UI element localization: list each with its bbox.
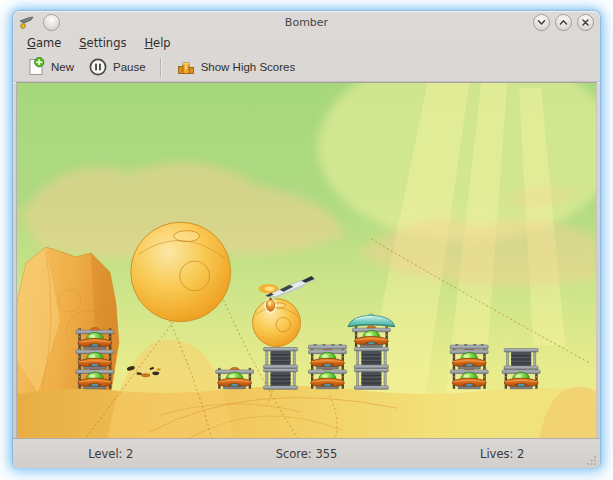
maximize-button[interactable] (555, 14, 572, 31)
window-title: Bomber (13, 16, 600, 29)
toolbar-separator (160, 58, 162, 77)
menu-settings[interactable]: Settings (71, 34, 134, 52)
pause-label: Pause (113, 61, 146, 73)
falling-bomb (264, 297, 277, 313)
new-game-label: New (51, 61, 74, 73)
game-canvas[interactable] (16, 82, 597, 438)
statusbar: Level: 2 Score: 355 Lives: 2 (13, 438, 600, 468)
menu-help[interactable]: Help (136, 34, 178, 52)
close-icon (580, 17, 591, 28)
document-new-icon (26, 57, 46, 77)
chevron-down-icon (536, 17, 547, 28)
pause-icon (88, 57, 108, 77)
chevron-up-icon (558, 17, 569, 28)
menubar: Game Settings Help (13, 33, 600, 53)
window-menu-button[interactable] (43, 14, 60, 31)
pause-button[interactable]: Pause (81, 55, 153, 79)
bomber-window: Bomber (13, 11, 600, 467)
minimize-button[interactable] (533, 14, 550, 31)
new-game-button[interactable]: New (19, 55, 81, 79)
show-high-scores-label: Show High Scores (201, 61, 296, 73)
bomber-app-icon (19, 15, 34, 30)
titlebar[interactable]: Bomber (13, 11, 600, 33)
balloon-0 (131, 222, 231, 321)
score-indicator: Score: 355 (209, 447, 405, 461)
resize-grip-icon[interactable] (587, 455, 597, 465)
game-scene (17, 83, 596, 438)
level-indicator: Level: 2 (13, 447, 209, 461)
close-button[interactable] (577, 14, 594, 31)
menu-game[interactable]: Game (19, 34, 69, 52)
show-high-scores-button[interactable]: Show High Scores (169, 55, 303, 79)
lives-indicator: Lives: 2 (404, 447, 600, 461)
toolbar: New Pause Show High Scores (13, 53, 600, 82)
high-scores-podium-icon (176, 57, 196, 77)
